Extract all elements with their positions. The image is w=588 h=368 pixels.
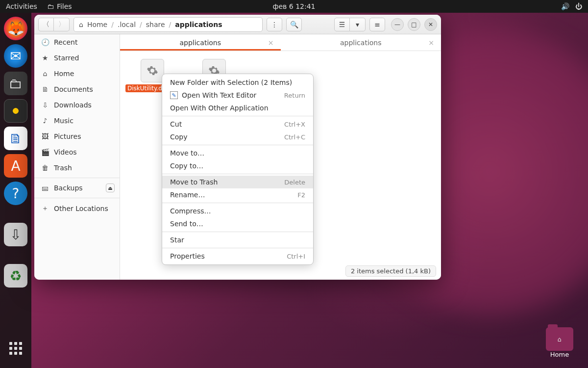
sidebar-icon: 🗑 — [41, 164, 49, 172]
top-bar: Activities 🗀 Files фев 6 12:41 🔊 ⏻ — [0, 0, 588, 13]
close-button[interactable]: ✕ — [424, 18, 437, 31]
sidebar-icon: ⇩ — [41, 101, 49, 109]
sidebar-item-downloads[interactable]: ⇩Downloads — [34, 97, 120, 113]
minimize-button[interactable]: — — [391, 18, 404, 31]
dock-thunderbird-icon[interactable]: ✉ — [4, 44, 27, 68]
dock-rhythmbox-icon[interactable] — [4, 99, 27, 123]
menu-item-label: Send to… — [170, 220, 203, 228]
sidebar-label: Downloads — [54, 101, 92, 109]
tab-close-button[interactable]: × — [268, 39, 274, 47]
maximize-button[interactable]: □ — [408, 18, 420, 31]
hamburger-menu-button[interactable]: ≡ — [369, 18, 385, 31]
menu-item-label: Move to Trash — [170, 178, 218, 186]
files-menu[interactable]: 🗀 Files — [47, 2, 72, 10]
menu-item-accelerator: Ctrl+I — [287, 253, 305, 260]
back-button[interactable]: 〈 — [38, 18, 54, 31]
menu-item-accelerator: Ctrl+X — [284, 121, 305, 128]
sidebar-icon: ＋ — [41, 204, 49, 213]
menu-item-rename[interactable]: Rename…F2 — [162, 188, 313, 201]
menu-item-copy[interactable]: CopyCtrl+C — [162, 131, 313, 143]
desktop-home-folder[interactable]: ⌂ Home — [546, 327, 573, 358]
tab-bar: applications×applications× — [120, 34, 441, 51]
menu-item-move-to[interactable]: Move to… — [162, 147, 313, 159]
dock-apps-icon[interactable] — [4, 337, 27, 360]
menu-item-accelerator: Ctrl+C — [284, 133, 305, 141]
menu-item-new-folder-with-selection-2-items[interactable]: New Folder with Selection (2 Items) — [162, 76, 313, 89]
volume-icon[interactable]: 🔊 — [561, 2, 569, 10]
gear-icon — [141, 59, 164, 82]
desktop-home-label: Home — [550, 351, 569, 358]
tab-0[interactable]: applications× — [120, 34, 281, 51]
clock[interactable]: фев 6 12:41 — [273, 2, 316, 10]
sidebar-label: Backups — [54, 184, 83, 192]
sidebar-item-trash[interactable]: 🗑Trash — [34, 160, 120, 176]
menu-item-move-to-trash[interactable]: Move to TrashDelete — [162, 176, 313, 188]
menu-item-copy-to[interactable]: Copy to… — [162, 159, 313, 172]
menu-item-accelerator: Delete — [284, 179, 305, 186]
menu-item-open-with-other-application[interactable]: Open With Other Application — [162, 102, 313, 114]
sidebar-label: Recent — [54, 38, 77, 46]
dock-files-icon[interactable]: 🗀 — [4, 72, 27, 95]
sidebar-item-other-locations[interactable]: ＋Other Locations — [34, 200, 120, 217]
menu-item-label: Compress… — [170, 207, 211, 215]
home-icon: ⌂ — [79, 21, 83, 28]
menu-item-label: Copy to… — [170, 162, 203, 170]
dock: 🦊 ✉ 🗀 🗎 A ? ⇩ ♻ — [0, 13, 31, 368]
view-list-button[interactable]: ☰ — [334, 18, 350, 31]
menu-item-compress[interactable]: Compress… — [162, 205, 313, 217]
sidebar-item-pictures[interactable]: 🖼Pictures — [34, 129, 120, 144]
search-button[interactable]: 🔍 — [286, 18, 302, 31]
eject-button[interactable]: ⏏ — [106, 184, 115, 192]
menu-item-label: Open With Text Editor — [182, 91, 256, 99]
menu-item-send-to[interactable]: Send to… — [162, 217, 313, 230]
dock-trash-icon[interactable]: ♻ — [4, 264, 27, 288]
headerbar: 〈 〉 ⌂ Home / .local / share / applicatio… — [34, 15, 441, 34]
sidebar-icon: 🖴 — [41, 184, 49, 192]
sidebar-icon: 🎬 — [41, 148, 49, 156]
breadcrumb-home[interactable]: Home — [87, 21, 107, 28]
home-folder-icon: ⌂ — [546, 327, 573, 351]
sidebar-label: Pictures — [54, 132, 81, 140]
sidebar-label: Trash — [54, 164, 72, 172]
menu-item-accelerator: F2 — [297, 191, 305, 199]
tab-label: applications — [179, 39, 221, 47]
files-menu-label: Files — [57, 2, 72, 10]
sidebar: 🕘Recent★Starred⌂Home🗎Documents⇩Downloads… — [34, 34, 120, 280]
menu-item-properties[interactable]: PropertiesCtrl+I — [162, 250, 313, 263]
dock-usb-icon[interactable]: ⇩ — [4, 223, 27, 246]
forward-button[interactable]: 〉 — [54, 18, 70, 31]
breadcrumb-current[interactable]: applications — [175, 21, 222, 28]
menu-item-label: Rename… — [170, 191, 205, 199]
sidebar-item-documents[interactable]: 🗎Documents — [34, 81, 120, 97]
sidebar-item-videos[interactable]: 🎬Videos — [34, 144, 120, 160]
sidebar-icon: ★ — [41, 54, 49, 62]
menu-item-label: Properties — [170, 252, 205, 260]
power-icon[interactable]: ⏻ — [575, 2, 582, 10]
activities-button[interactable]: Activities — [6, 2, 37, 10]
sidebar-item-home[interactable]: ⌂Home — [34, 66, 120, 81]
dock-help-icon[interactable]: ? — [4, 182, 27, 205]
dock-firefox-icon[interactable]: 🦊 — [4, 17, 27, 40]
sidebar-item-starred[interactable]: ★Starred — [34, 50, 120, 66]
tab-1[interactable]: applications× — [281, 34, 441, 51]
sidebar-item-music[interactable]: ♪Music — [34, 113, 120, 129]
path-menu-button[interactable]: ⋮ — [267, 18, 282, 31]
menu-item-cut[interactable]: CutCtrl+X — [162, 118, 313, 131]
sidebar-label: Music — [54, 117, 74, 125]
tab-close-button[interactable]: × — [428, 39, 434, 47]
dock-writer-icon[interactable]: 🗎 — [4, 127, 27, 150]
menu-item-open-with-text-editor[interactable]: ✎Open With Text EditorReturn — [162, 89, 313, 102]
dock-software-icon[interactable]: A — [4, 154, 27, 178]
breadcrumb[interactable]: ⌂ Home / .local / share / applications — [74, 17, 263, 32]
sidebar-icon: 🖼 — [41, 132, 49, 140]
menu-item-star[interactable]: Star — [162, 234, 313, 246]
view-dropdown-button[interactable]: ▾ — [350, 18, 366, 31]
breadcrumb-share[interactable]: share — [146, 21, 165, 28]
breadcrumb-local[interactable]: .local — [118, 21, 136, 28]
sidebar-icon: 🕘 — [41, 38, 49, 46]
sidebar-item-recent[interactable]: 🕘Recent — [34, 34, 120, 50]
menu-item-label: Copy — [170, 133, 188, 141]
sidebar-item-backups[interactable]: 🖴Backups⏏ — [34, 180, 120, 196]
menu-item-label: Move to… — [170, 149, 204, 157]
sidebar-label: Documents — [54, 85, 93, 93]
